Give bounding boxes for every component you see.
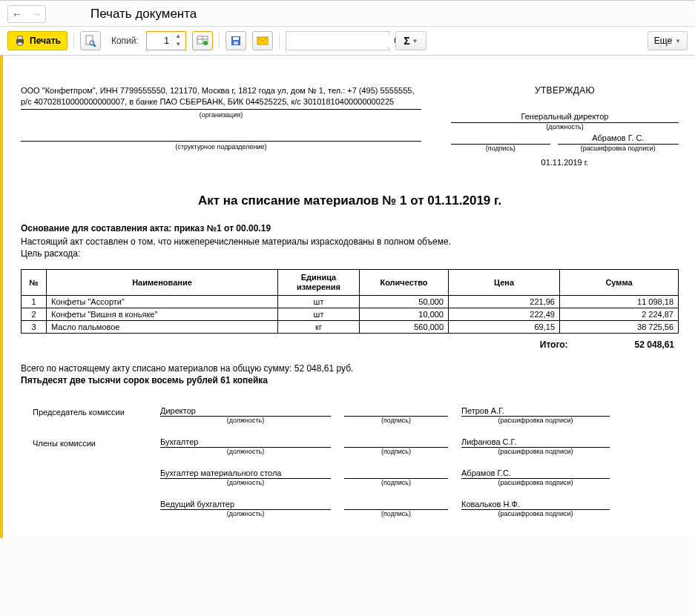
- magnifier-doc-icon: [85, 35, 96, 47]
- sign-signature: (подпись): [344, 416, 448, 417]
- copies-label: Копий:: [107, 36, 140, 46]
- sign-position: Ведущий бухгалтер(должность): [160, 500, 331, 510]
- save-button[interactable]: [225, 31, 246, 50]
- table-row: 1Конфеты "Ассорти"шт50,000221,9611 098,1…: [22, 296, 679, 308]
- settings-button[interactable]: [192, 31, 213, 50]
- sign-name: Абрамов Г.С.(расшифровка подписи): [461, 468, 610, 479]
- org-details: ООО "Конфетпром", ИНН 7799555550, 121170…: [21, 85, 421, 110]
- svg-rect-3: [86, 36, 93, 44]
- doc-goal: Цель расхода:: [21, 248, 679, 259]
- doc-description: Настоящий акт составлен о том, что нижеп…: [21, 236, 679, 247]
- summary-text: Всего по настоящему акту списано материа…: [21, 363, 679, 374]
- copies-input[interactable]: ▲▼: [146, 31, 186, 50]
- summary-words: Пятьдесят две тысячи сорок восемь рублей…: [21, 375, 679, 385]
- approve-title: УТВЕРЖДАЮ: [451, 85, 679, 96]
- sign-role: Председатель комиссии: [21, 408, 147, 417]
- preview-button[interactable]: [80, 31, 101, 50]
- copies-up[interactable]: ▲: [173, 32, 184, 40]
- print-button[interactable]: Печать: [7, 31, 67, 50]
- approve-name: Абрамов Г. С.: [592, 133, 644, 142]
- sign-signature: (подпись): [344, 447, 448, 448]
- org-label: (организация): [21, 110, 421, 119]
- sign-signature: (подпись): [344, 478, 448, 479]
- approve-position: Генеральный директор: [521, 112, 609, 121]
- dept-label: (структурное подразделение): [21, 142, 421, 151]
- envelope-icon: [257, 35, 269, 47]
- sign-name: Петров А.Г.(расшифровка подписи): [461, 406, 610, 417]
- sign-position: Директор(должность): [160, 406, 331, 417]
- printer-icon: [14, 35, 26, 47]
- nav-back-button[interactable]: ←: [8, 6, 26, 22]
- more-button[interactable]: Еще ▼: [648, 31, 688, 50]
- copies-down[interactable]: ▼: [173, 40, 184, 48]
- signature-row: Ведущий бухгалтер(должность)(подпись)Ков…: [21, 500, 679, 510]
- svg-rect-1: [18, 36, 22, 39]
- svg-rect-11: [233, 37, 239, 40]
- sign-position: Бухгалтер материального стола(должность): [160, 468, 331, 479]
- document-title: Акт на списание материалов № 1 от 01.11.…: [21, 193, 679, 208]
- floppy-icon: [230, 35, 242, 47]
- signature-row: Члены комиссииБухгалтер(должность)(подпи…: [21, 437, 679, 448]
- basis-label: Основание для составления акта: приказ №…: [21, 223, 271, 234]
- sign-position: Бухгалтер(должность): [160, 437, 331, 448]
- signature-row: Бухгалтер материального стола(должность)…: [21, 468, 679, 479]
- sign-signature: (подпись): [344, 509, 448, 510]
- sign-name: Ковальков Н.Ф.(расшифровка подписи): [461, 500, 610, 510]
- sign-role: Члены комиссии: [21, 439, 147, 448]
- dept-line: [21, 128, 421, 142]
- total-value: 52 048,61: [635, 340, 674, 350]
- table-row: 2Конфеты "Вишня в коньяке"шт10,000222,49…: [22, 308, 679, 321]
- approve-date: 01.11.2019 г.: [451, 158, 679, 167]
- sign-name: Лифанова С.Г.(расшифровка подписи): [461, 437, 610, 448]
- window-title: Печать документа: [53, 7, 197, 21]
- svg-line-5: [93, 44, 96, 47]
- table-row: 3Масло пальмовоекг560,00069,1538 725,56: [22, 321, 679, 334]
- nav-forward-button[interactable]: →: [27, 6, 45, 22]
- document-page: ООО "Конфетпром", ИНН 7799555550, 121170…: [0, 56, 695, 538]
- sum-button[interactable]: Σ ▼: [395, 31, 426, 50]
- svg-point-9: [203, 41, 208, 45]
- email-button[interactable]: [252, 31, 273, 50]
- table-settings-icon: [197, 35, 208, 47]
- total-label: Итого:: [540, 340, 568, 350]
- signature-row: Председатель комиссииДиректор(должность)…: [21, 406, 679, 417]
- zoom-input[interactable]: ▲▼: [286, 31, 389, 50]
- svg-rect-2: [18, 42, 22, 45]
- svg-rect-12: [234, 42, 238, 44]
- materials-table: № Наименование Единица измерения Количес…: [21, 269, 679, 334]
